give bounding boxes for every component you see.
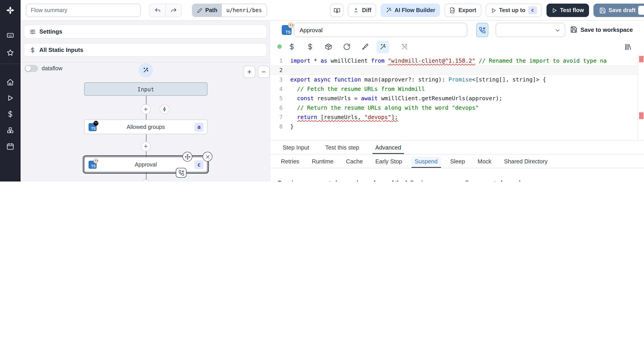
top-toolbar: Path u/henri/bes Diff AI Flow Builder Ex… <box>20 0 644 21</box>
advanced-tabs: Retries Runtime Cache Early Stop Suspend… <box>270 154 644 168</box>
sidebar-item-runs[interactable] <box>6 94 14 102</box>
add-step-button[interactable] <box>141 179 151 182</box>
dollar-icon <box>288 43 296 51</box>
flow-settings-rows: Settings All Static Inputs <box>20 21 270 63</box>
phone-incoming-icon <box>178 170 184 176</box>
error-marker <box>639 56 644 62</box>
redo-icon <box>170 7 177 14</box>
add-step-button[interactable] <box>141 104 151 114</box>
tab-shared-directory[interactable]: Shared Directory <box>501 154 551 168</box>
lightning-icon <box>162 107 167 112</box>
sidebar-item-home[interactable] <box>6 78 14 86</box>
chevron-down-icon <box>554 27 561 34</box>
tab-early-stop[interactable]: Early Stop <box>372 154 405 168</box>
tab-suspend[interactable]: Suspend <box>412 154 441 168</box>
dataflow-toggle[interactable] <box>24 65 38 72</box>
sidebar-item-resources[interactable] <box>6 126 14 134</box>
sidebar-item-schedules[interactable] <box>6 142 14 150</box>
add-step-button[interactable] <box>141 141 151 151</box>
sidebar-item-variables[interactable] <box>6 110 14 118</box>
flow-summary-input[interactable] <box>26 4 141 17</box>
library-icon <box>624 43 632 51</box>
pencil-icon <box>197 8 202 13</box>
add-trigger-button[interactable] <box>160 104 170 114</box>
delete-step-button[interactable] <box>202 152 212 162</box>
docs-button[interactable] <box>330 4 344 17</box>
suspend-indicator-badge <box>176 168 186 178</box>
boxes-icon <box>6 126 14 134</box>
undo-icon <box>154 7 161 14</box>
tab-cache[interactable]: Cache <box>343 154 366 168</box>
zoom-out-button[interactable]: − <box>258 66 270 78</box>
script-version-select[interactable] <box>496 23 565 37</box>
step-name-input[interactable] <box>294 23 467 37</box>
redo-button[interactable] <box>166 4 182 17</box>
play-icon <box>6 94 14 102</box>
step-header: TS Save to workspace <box>270 21 644 40</box>
path-chip[interactable]: Path u/henri/bes <box>192 4 267 17</box>
tab-runtime[interactable]: Runtime <box>308 154 336 168</box>
flow-node-input[interactable]: Input <box>84 82 208 96</box>
variables-button[interactable] <box>288 43 296 51</box>
file-code-icon <box>450 7 456 14</box>
save-draft-button[interactable]: Save draft <box>593 4 644 17</box>
flow-graph-panel: Settings All Static Inputs dataflow + − … <box>20 21 270 182</box>
windmill-logo[interactable] <box>0 0 20 21</box>
wand-off-icon <box>401 43 408 51</box>
typescript-icon: TS <box>282 25 292 35</box>
plus-icon <box>143 144 148 149</box>
home-icon <box>6 78 14 86</box>
tab-test-this-step[interactable]: Test this step <box>325 141 359 154</box>
move-step-button[interactable] <box>182 152 192 162</box>
step-editor-panel: TS Save to workspace 1import * as wmillC… <box>270 21 644 182</box>
diff-button[interactable]: Diff <box>348 4 376 17</box>
save-icon <box>599 7 606 14</box>
tab-sleep[interactable]: Sleep <box>447 154 468 168</box>
app-window: Path u/henri/bes Diff AI Flow Builder Ex… <box>0 0 644 182</box>
suspend-description: Require approvers to be members of one o… <box>278 180 521 182</box>
tab-step-input[interactable]: Step Input <box>283 141 309 154</box>
flow-settings-button[interactable]: Settings <box>24 25 267 39</box>
dataflow-label: dataflow <box>42 65 62 72</box>
save-to-workspace-button[interactable]: Save to workspace <box>570 26 633 33</box>
test-up-to-step-badge: c <box>528 6 537 14</box>
ai-assist-button[interactable] <box>139 63 153 78</box>
flow-node-allowed-groups[interactable]: TS Allowed groups a <box>84 120 208 134</box>
status-dot <box>277 44 282 49</box>
package-button[interactable] <box>325 43 332 51</box>
editor-iconbar <box>270 40 644 54</box>
reload-button[interactable] <box>343 43 350 51</box>
error-marker <box>639 112 644 119</box>
paintbrush-icon <box>361 43 369 51</box>
code-editor[interactable]: 1import * as wmillClient from "windmill-… <box>270 54 644 140</box>
sidebar-item-favorites[interactable] <box>6 49 14 57</box>
tab-mock[interactable]: Mock <box>474 154 495 168</box>
export-button[interactable]: Export <box>445 4 481 17</box>
ai-fix-button[interactable] <box>401 43 408 51</box>
resources-button[interactable] <box>306 43 314 51</box>
path-label: Path <box>205 7 217 14</box>
wand-icon <box>379 44 386 51</box>
zoom-in-button[interactable]: + <box>243 66 255 78</box>
close-icon <box>205 154 210 159</box>
suspend-phone-button[interactable] <box>476 23 488 37</box>
move-icon <box>184 154 190 160</box>
shortcut-chip <box>638 6 644 15</box>
sidebar-item-apps[interactable] <box>6 31 14 39</box>
test-flow-button[interactable]: Test flow <box>547 4 589 17</box>
undo-button[interactable] <box>149 4 166 17</box>
sliders-icon <box>30 29 36 35</box>
dollar-icon <box>6 110 14 118</box>
tab-retries[interactable]: Retries <box>278 154 302 168</box>
editor-overview-ruler <box>638 54 644 140</box>
save-icon <box>570 26 577 33</box>
all-static-inputs-button[interactable]: All Static Inputs <box>24 43 267 57</box>
path-value: u/henri/bes <box>222 4 266 17</box>
calendar-icon <box>6 142 14 150</box>
ai-gen-button[interactable] <box>376 41 389 53</box>
test-up-to-button[interactable]: Test up toc <box>486 4 542 17</box>
ai-flow-builder-button[interactable]: AI Flow Builder <box>381 4 440 17</box>
format-button[interactable] <box>361 43 369 51</box>
library-button[interactable] <box>624 43 632 51</box>
tab-advanced[interactable]: Advanced <box>375 141 401 154</box>
